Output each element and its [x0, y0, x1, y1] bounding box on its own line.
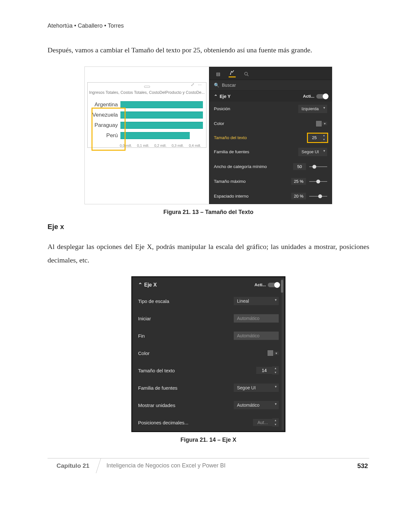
footer-chapter: Capítulo 21	[45, 458, 101, 473]
section-header-eje-x[interactable]: ⌃Eje X Acti...	[132, 277, 284, 292]
panel-tabs: ▤	[209, 67, 332, 80]
color-swatch	[267, 350, 274, 356]
decimales-spinner[interactable]: Aut... ▲▼	[253, 418, 279, 427]
drag-handle-icon[interactable]	[144, 86, 150, 88]
chevron-down-icon: ▾	[274, 351, 279, 355]
figure-caption-2: Figura 21. 14 – Eje X	[48, 437, 369, 443]
max-slider[interactable]	[309, 181, 327, 182]
svg-point-1	[245, 72, 248, 75]
x-tick: 0,1 mill.	[137, 144, 154, 147]
color-picker-x[interactable]: ▾	[267, 349, 279, 357]
tamano-texto-spinner-x[interactable]: 14 ▲▼	[256, 366, 279, 375]
row-fin: Fin Automático	[132, 327, 284, 344]
iniciar-input[interactable]: Automático	[234, 314, 279, 323]
fields-tab-icon[interactable]: ▤	[214, 70, 222, 77]
posicion-dropdown[interactable]: Izquierda	[298, 105, 327, 113]
section-toggle[interactable]: Acti...	[303, 94, 327, 99]
row-tipo-escala: Tipo de escala Lineal	[132, 292, 284, 310]
row-color: Color ▾	[209, 116, 332, 131]
footer-book-title: Inteligencia de Negocios con Excel y Pow…	[99, 458, 233, 473]
chart-preview: ⤢ ··· Ingresos Totales, Costos Totales, …	[85, 67, 209, 204]
section-header-eje-y[interactable]: ⌃Eje Y Acti...	[209, 91, 332, 102]
chart-title: Ingresos Totales, Costos Totales, CostoD…	[88, 89, 206, 97]
paragraph-1: Después, vamos a cambiar el Tamaño del t…	[48, 43, 369, 57]
figure-21-14: ⌃Eje X Acti... Tipo de escala Lineal Ini…	[131, 276, 285, 432]
chevron-up-icon: ⌃	[138, 282, 142, 288]
format-tab-icon[interactable]	[229, 70, 236, 77]
chevron-down-icon: ▾	[322, 122, 327, 125]
row-posicion: Posición Izquierda	[209, 102, 332, 116]
x-axis-ticks: 0,0 mill. 0,1 mill. 0,2 mill. 0,3 mill. …	[88, 142, 206, 147]
analytics-tab-icon[interactable]	[243, 70, 250, 77]
page-footer: Capítulo 21 Inteligencia de Negocios con…	[48, 458, 369, 473]
row-espaciado: Espaciado interno 20 %	[209, 189, 332, 204]
x-tick: 0,3 mill.	[171, 144, 189, 147]
search-placeholder: Buscar	[222, 83, 236, 88]
focus-mode-icon[interactable]: ⤢	[191, 82, 195, 87]
paragraph-2: Al desplegar las opciones del Eje X, pod…	[48, 240, 369, 267]
chevron-up-icon: ⌃	[214, 94, 218, 99]
category-label: Venezuela	[91, 112, 120, 118]
tipo-escala-dropdown[interactable]: Lineal	[234, 297, 279, 305]
more-options-icon[interactable]: ···	[198, 82, 202, 87]
familia-dropdown[interactable]: Segoe UI	[298, 148, 327, 156]
page-number: 532	[357, 462, 369, 470]
row-tamano-maximo: Tamaño máximo 25 %	[209, 174, 332, 189]
row-tamano-texto-x: Tamaño del texto 14 ▲▼	[132, 362, 284, 379]
row-iniciar: Iniciar Automático	[132, 310, 284, 327]
ancho-slider[interactable]	[309, 166, 327, 167]
ancho-value[interactable]: 50	[293, 163, 306, 170]
row-mostrar-unidades: Mostrar unidades Automático	[132, 396, 284, 414]
category-label: Perú	[91, 132, 120, 139]
x-tick: 0,2 mill.	[154, 144, 172, 147]
category-label: Argentina	[91, 102, 120, 108]
search-row[interactable]: 🔍 Buscar	[209, 80, 332, 91]
spinner-icon[interactable]: ▲▼	[272, 366, 279, 375]
row-familia-fuentes-x: Familia de fuentes Segoe UI	[132, 379, 284, 396]
row-ancho-categoria: Ancho de categoría mínimo 50	[209, 159, 332, 174]
figure-21-13: ⤢ ··· Ingresos Totales, Costos Totales, …	[84, 66, 332, 204]
row-decimales: Posiciones decimales... Aut... ▲▼	[132, 414, 284, 431]
format-panel-eje-y: ▤ 🔍 Buscar ⌃Eje Y Acti... P	[209, 67, 332, 204]
figure-caption-1: Figura 21. 13 – Tamaño del Texto	[48, 209, 369, 216]
espaciado-slider[interactable]	[309, 196, 327, 197]
bar-chart: Argentina Venezuela Paraguay Perú	[88, 97, 206, 142]
color-swatch	[316, 120, 322, 127]
scrollbar-thumb[interactable]	[281, 280, 283, 293]
color-picker[interactable]: ▾	[316, 120, 327, 128]
spinner-icon[interactable]: ▲▼	[272, 418, 279, 427]
espaciado-value[interactable]: 20 %	[291, 193, 306, 200]
max-value[interactable]: 25 %	[291, 178, 306, 185]
unidades-dropdown[interactable]: Automático	[234, 401, 279, 409]
row-familia-fuentes: Familia de fuentes Segoe UI	[209, 145, 332, 159]
spinner-icon[interactable]: ▲▼	[321, 134, 327, 142]
section-toggle[interactable]: Acti...	[255, 282, 279, 287]
svg-point-0	[230, 74, 231, 75]
heading-eje-x: Eje x	[48, 223, 369, 231]
row-color-x: Color ▾	[132, 344, 284, 362]
tamano-texto-spinner[interactable]: 25 ▲▼	[308, 134, 327, 142]
fin-input[interactable]: Automático	[234, 332, 279, 340]
familia-dropdown-x[interactable]: Segoe UI	[234, 384, 279, 392]
category-label: Paraguay	[91, 122, 120, 129]
page-header-authors: Atehortúa • Caballero • Torres	[48, 22, 369, 29]
x-tick: 0,0 mill.	[120, 144, 137, 147]
row-tamano-texto: Tamaño del texto 25 ▲▼	[209, 131, 332, 145]
x-tick: 0,4 mill.	[189, 144, 206, 147]
search-icon: 🔍	[214, 83, 219, 88]
